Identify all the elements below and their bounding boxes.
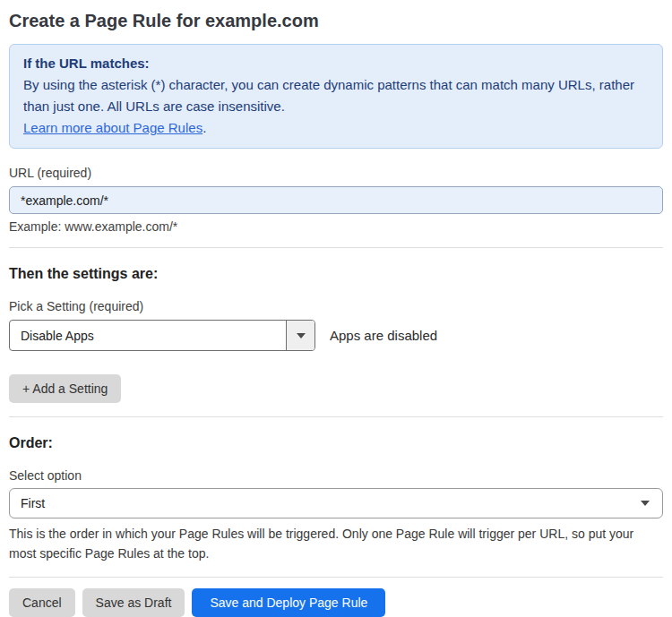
create-page-rule-dialog: Create a Page Rule for example.com If th… (0, 0, 672, 617)
footer-actions: Cancel Save as Draft Save and Deploy Pag… (9, 588, 663, 617)
order-select-label: Select option (9, 468, 663, 483)
url-input[interactable] (9, 186, 663, 214)
setting-dropdown-value[interactable]: Disable Apps (10, 321, 286, 350)
add-setting-button[interactable]: + Add a Setting (9, 374, 121, 403)
page-title: Create a Page Rule for example.com (9, 11, 663, 30)
order-helper-text: This is the order in which your Page Rul… (9, 524, 663, 563)
link-suffix: . (202, 120, 206, 135)
url-match-info-box: If the URL matches: By using the asteris… (9, 44, 663, 149)
setting-dropdown-arrow-button[interactable] (286, 321, 314, 350)
info-box-link-line: Learn more about Page Rules. (23, 117, 649, 139)
caret-down-icon (297, 333, 306, 338)
setting-dropdown[interactable]: Disable Apps (9, 320, 315, 351)
info-box-body: By using the asterisk (*) character, you… (23, 74, 649, 117)
cancel-button[interactable]: Cancel (9, 588, 75, 617)
save-as-draft-button[interactable]: Save as Draft (82, 588, 185, 617)
divider (9, 247, 663, 248)
info-box-heading: If the URL matches: (23, 53, 649, 74)
divider (9, 577, 663, 578)
settings-section-heading: Then the settings are: (9, 266, 663, 282)
divider (9, 416, 663, 417)
order-section-heading: Order: (9, 435, 663, 451)
url-field-label: URL (required) (9, 166, 663, 180)
setting-status-text: Apps are disabled (330, 328, 437, 343)
order-select[interactable]: First (9, 488, 663, 518)
url-example-helper: Example: www.example.com/* (9, 219, 663, 234)
caret-down-icon (641, 501, 650, 506)
order-select-value: First (21, 496, 45, 510)
save-and-deploy-button[interactable]: Save and Deploy Page Rule (192, 588, 385, 617)
setting-row: Disable Apps Apps are disabled (9, 320, 663, 351)
pick-setting-label: Pick a Setting (required) (9, 299, 663, 313)
learn-more-link[interactable]: Learn more about Page Rules (23, 120, 202, 135)
